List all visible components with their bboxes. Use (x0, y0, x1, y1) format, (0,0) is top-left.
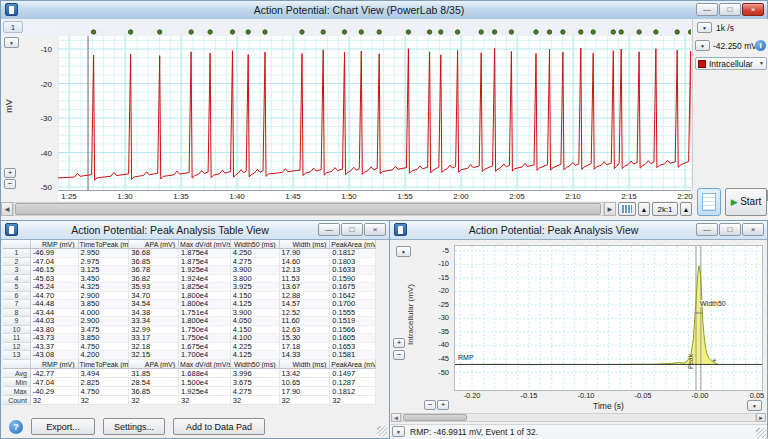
table-cell[interactable]: 1.751e4 (179, 309, 231, 318)
cursor-value-dropdown-icon[interactable]: ▼ (695, 40, 710, 51)
event-marker-dot[interactable] (654, 30, 658, 34)
event-marker-dot[interactable] (246, 30, 250, 34)
table-cell[interactable]: 3.850 (79, 300, 130, 309)
table-row[interactable]: 2-47.042.97536.851.875e44.27514.600.1803 (3, 258, 376, 267)
table-cell[interactable]: 11.60 (280, 317, 331, 326)
table-row[interactable]: 12-43.374.75032.181.675e44.22517.180.165… (3, 343, 376, 352)
event-marker-dot[interactable] (479, 30, 483, 34)
sample-rate-value[interactable]: 1k /s (716, 23, 734, 33)
table-cell[interactable]: 3.475 (79, 326, 130, 335)
column-header[interactable]: Max dV/dt (mV/s) (179, 240, 231, 249)
table-cell[interactable]: 4.000 (79, 309, 130, 318)
table-cell[interactable]: 0.1675 (330, 283, 376, 292)
event-marker-dot[interactable] (406, 30, 410, 34)
export-button[interactable]: Export... (31, 418, 95, 435)
table-cell[interactable]: 4.750 (79, 343, 130, 352)
maximize-icon[interactable]: □ (341, 223, 363, 236)
table-cell[interactable]: 14.33 (280, 351, 331, 360)
column-header[interactable]: TimeToPeak (ms) (79, 240, 130, 249)
table-cell[interactable]: -43.80 (31, 326, 79, 335)
analysis-zoom-out-button[interactable]: − (393, 350, 405, 360)
info-icon[interactable]: i (755, 40, 766, 51)
analysis-x-zoom-out-button[interactable]: − (424, 400, 436, 410)
column-header[interactable]: Width (ms) (280, 240, 331, 249)
column-header[interactable]: Width50 (ms) (231, 360, 280, 369)
zoom-in-button[interactable]: + (4, 168, 16, 178)
table-cell[interactable]: -47.04 (31, 258, 79, 267)
column-header[interactable]: Max dV/dt (mV/s) (179, 360, 231, 369)
table-cell[interactable]: 1.875e4 (179, 258, 231, 267)
event-marker-dot[interactable] (300, 30, 304, 34)
compress-right-icon[interactable]: ▲ (680, 202, 692, 216)
chart-h-scroll-thumb[interactable] (15, 203, 601, 215)
table-cell[interactable]: 32.18 (129, 343, 179, 352)
table-cell[interactable]: 0.1653 (330, 343, 376, 352)
table-row[interactable]: 8-43.444.00034.381.751e43.90012.520.1555 (3, 309, 376, 318)
table-cell[interactable]: -43.44 (31, 309, 79, 318)
event-marker-dot[interactable] (509, 30, 513, 34)
analysis-window-titlebar[interactable]: Action Potential: Peak Analysis View — □… (390, 221, 767, 240)
analysis-x-zoom-in-button[interactable]: + (437, 400, 449, 410)
chart-window-titlebar[interactable]: Action Potential: Chart View (PowerLab 8… (1, 1, 767, 20)
event-marker-dot[interactable] (492, 30, 496, 34)
table-cell[interactable]: 33.34 (129, 317, 179, 326)
event-marker-dot[interactable] (158, 30, 162, 34)
table-cell[interactable]: 1.925e4 (179, 266, 231, 275)
event-marker-dot[interactable] (611, 30, 615, 34)
maximize-icon[interactable]: □ (719, 3, 741, 16)
table-cell[interactable]: 3.850 (79, 334, 130, 343)
minimize-icon[interactable]: — (696, 223, 718, 236)
table-cell[interactable]: 4.325 (79, 283, 130, 292)
start-button[interactable]: ▶ Start (725, 188, 767, 216)
chart-plot-area[interactable] (58, 28, 691, 190)
table-cell[interactable]: 35.93 (129, 283, 179, 292)
table-cell[interactable]: -45.24 (31, 283, 79, 292)
event-marker-dot[interactable] (128, 30, 132, 34)
table-cell[interactable]: 17.18 (280, 343, 331, 352)
table-cell[interactable]: 14.60 (280, 258, 331, 267)
table-cell[interactable]: 33.17 (129, 334, 179, 343)
table-cell[interactable]: 0.1803 (330, 258, 376, 267)
table-cell[interactable]: 12.88 (280, 292, 331, 301)
rate-dropdown-icon[interactable]: ▼ (697, 22, 712, 33)
column-header[interactable]: RMP (mV) (31, 360, 79, 369)
table-cell[interactable]: 0.1700 (330, 300, 376, 309)
table-cell[interactable]: 1.875e4 (179, 249, 231, 258)
table-cell[interactable]: 2.900 (79, 317, 130, 326)
close-icon[interactable]: × (742, 3, 764, 16)
settings-button[interactable]: Settings... (103, 418, 165, 435)
table-row[interactable]: 9-44.032.90033.341.800e44.05011.600.1519 (3, 317, 376, 326)
column-header[interactable]: Width50 (ms) (231, 240, 280, 249)
table-row[interactable]: 1-46.992.95036.681.875e44.25017.900.1812 (3, 249, 376, 258)
zoom-out-button[interactable]: − (4, 179, 16, 189)
column-header[interactable]: APA (mV) (129, 360, 179, 369)
table-cell[interactable]: 1.800e4 (179, 300, 231, 309)
event-marker-dot[interactable] (561, 30, 565, 34)
table-cell[interactable]: 12.52 (280, 309, 331, 318)
table-cell[interactable]: -44.48 (31, 300, 79, 309)
table-cell[interactable]: 34.70 (129, 292, 179, 301)
table-cell[interactable]: 1.800e4 (179, 292, 231, 301)
table-row[interactable]: 7-44.483.85034.541.800e44.12514.570.1700 (3, 300, 376, 309)
table-cell[interactable]: -46.15 (31, 266, 79, 275)
event-marker-dot[interactable] (342, 30, 346, 34)
event-marker-dot[interactable] (208, 30, 212, 34)
close-icon[interactable]: × (364, 223, 386, 236)
table-row[interactable]: 5-45.244.32535.931.825e43.92513.670.1675 (3, 283, 376, 292)
event-marker-dot[interactable] (637, 30, 641, 34)
table-cell[interactable]: 11.53 (280, 275, 331, 284)
column-header[interactable]: PeakArea (mV.s) (330, 240, 376, 249)
table-cell[interactable]: 36.85 (129, 258, 179, 267)
table-cell[interactable]: 4.275 (231, 258, 280, 267)
table-cell[interactable]: 3.900 (231, 309, 280, 318)
event-marker-dot[interactable] (534, 30, 538, 34)
event-marker-dot[interactable] (377, 30, 381, 34)
table-cell[interactable]: -43.73 (31, 334, 79, 343)
table-cell[interactable]: 4.125 (231, 300, 280, 309)
maximize-icon[interactable]: □ (719, 223, 741, 236)
table-row[interactable]: 3-46.153.12536.781.925e43.90012.130.1633 (3, 266, 376, 275)
minimize-icon[interactable]: — (696, 3, 718, 16)
table-cell[interactable]: 3.800 (231, 275, 280, 284)
scroll-right-icon[interactable]: ► (604, 202, 616, 216)
table-row[interactable]: 6-44.702.90034.701.800e44.15012.880.1642 (3, 292, 376, 301)
